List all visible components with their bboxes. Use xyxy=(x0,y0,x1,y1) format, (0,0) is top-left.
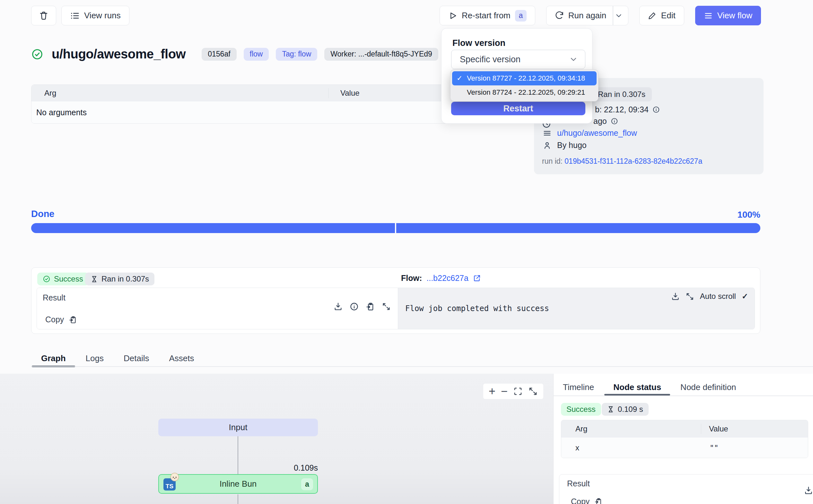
flow-path-link[interactable]: u/hugo/awesome_flow xyxy=(557,128,637,138)
tag-badge[interactable]: Tag: flow xyxy=(276,48,317,61)
check-circle-icon xyxy=(31,48,43,60)
delete-button[interactable] xyxy=(31,6,56,25)
view-runs-label: View runs xyxy=(84,11,121,21)
toolbar-right: Re-start from a Run again Edit View flow xyxy=(440,6,761,25)
clipboard-paste-icon[interactable] xyxy=(366,302,375,311)
flow-graph-canvas[interactable]: + − Input 0.109s TS Inline Bun a xyxy=(0,374,553,504)
view-runs-button[interactable]: View runs xyxy=(61,6,129,25)
restart-from-button[interactable]: Re-start from a xyxy=(440,6,535,25)
value-column-header: Value xyxy=(701,424,808,434)
node-result-panel: Result Copy xyxy=(559,474,813,504)
zoom-in-button[interactable]: + xyxy=(489,386,495,397)
flow-id-link[interactable]: ...b22c627a xyxy=(426,274,468,283)
maximize-icon[interactable] xyxy=(686,292,694,301)
play-icon xyxy=(448,11,457,20)
flow-label: Flow: xyxy=(401,274,422,283)
version-select[interactable]: Specific version xyxy=(451,50,585,69)
commit-badge: 0156af xyxy=(202,48,236,61)
version-option[interactable]: Version 87724 - 22.12.2025, 09:29:21 xyxy=(452,85,597,100)
restart-from-step-badge: a xyxy=(515,10,527,22)
node-arg-row: x "" xyxy=(561,438,808,458)
progress-percent: 100% xyxy=(737,210,760,220)
auto-scroll-label[interactable]: Auto scroll xyxy=(700,292,736,301)
run-again-label: Run again xyxy=(568,11,607,21)
step-id-badge: a xyxy=(301,478,313,490)
tabs-divider xyxy=(31,366,813,367)
success-badge: Success xyxy=(37,273,89,285)
scheduled-line: b: 22.12, 09:34 xyxy=(595,105,660,114)
worker-badge: Worker: ...-default-ft8q5-JYEd9 xyxy=(324,48,438,61)
run-id-link[interactable]: 019b4531-f311-112a-6283-82e4b22c627a xyxy=(564,157,702,165)
info-icon[interactable] xyxy=(652,106,660,113)
tabs-divider xyxy=(554,395,813,396)
view-flow-button[interactable]: View flow xyxy=(695,6,761,25)
result-label: Result xyxy=(43,293,66,302)
title-row: u/hugo/awesome_flow 0156af flow Tag: flo… xyxy=(31,47,438,61)
input-node[interactable]: Input xyxy=(158,419,318,436)
bun-icon xyxy=(170,472,179,482)
external-link-icon[interactable] xyxy=(473,274,481,282)
page-title: u/hugo/awesome_flow xyxy=(52,47,186,61)
list-icon xyxy=(70,11,80,21)
info-icon[interactable] xyxy=(611,117,618,125)
tab-assets[interactable]: Assets xyxy=(159,350,204,367)
node-status-panel: Timeline Node status Node definition Suc… xyxy=(553,374,813,504)
download-icon[interactable] xyxy=(804,486,813,495)
info-icon[interactable] xyxy=(350,302,359,311)
kind-badge[interactable]: flow xyxy=(244,48,269,61)
node-duration-badge: 0.109 s xyxy=(602,403,649,416)
flow-icon xyxy=(543,129,552,138)
zoom-out-button[interactable]: − xyxy=(501,386,508,397)
copy-button[interactable]: Copy xyxy=(571,497,602,504)
clipboard-icon xyxy=(594,498,602,504)
tab-node-status[interactable]: Node status xyxy=(613,379,661,395)
started-ago-line: ago xyxy=(593,117,618,126)
tab-details[interactable]: Details xyxy=(114,350,159,367)
version-dropdown-menu: ✓ Version 87727 - 22.12.2025, 09:34:18 V… xyxy=(450,69,599,101)
log-output: Flow job completed with success xyxy=(405,304,549,313)
check-icon[interactable]: ✓ xyxy=(742,292,748,301)
arg-name: x xyxy=(561,443,701,452)
check-circle-icon xyxy=(43,275,50,283)
copy-label: Copy xyxy=(45,315,64,324)
result-actions xyxy=(334,302,391,311)
graph-edge xyxy=(238,436,238,474)
download-icon[interactable] xyxy=(671,292,680,301)
download-icon[interactable] xyxy=(334,302,343,311)
flow-link-line: Flow: ...b22c627a xyxy=(401,274,481,283)
expand-icon[interactable] xyxy=(528,387,538,396)
fit-view-icon[interactable] xyxy=(513,387,523,396)
hourglass-icon xyxy=(607,406,614,413)
hourglass-icon xyxy=(91,275,98,283)
main-tabs: Graph Logs Details Assets xyxy=(31,350,204,367)
chevron-down-icon xyxy=(569,55,578,64)
restart-from-label: Re-start from xyxy=(462,11,511,21)
tab-node-definition[interactable]: Node definition xyxy=(680,379,736,395)
progress-status: Done xyxy=(31,209,55,219)
check-icon: ✓ xyxy=(457,74,467,83)
restart-button[interactable]: Restart xyxy=(451,102,585,115)
pencil-icon xyxy=(648,11,657,20)
tab-logs[interactable]: Logs xyxy=(76,350,114,367)
result-card: Success Ran in 0.307s Flow: ...b22c627a … xyxy=(31,267,760,334)
log-pane: Auto scroll ✓ Flow job completed with su… xyxy=(398,288,755,329)
arg-column-header: Arg xyxy=(561,424,701,433)
graph-edge xyxy=(238,494,238,504)
popup-title: Flow version xyxy=(452,38,505,48)
ran-duration-badge: Ran in 0.307s xyxy=(85,273,154,285)
step-node-inline-bun[interactable]: TS Inline Bun a xyxy=(158,474,318,494)
result-pane: Result Copy xyxy=(37,288,398,329)
version-option-selected[interactable]: ✓ Version 87727 - 22.12.2025, 09:34:18 xyxy=(452,71,597,85)
chevron-down-icon[interactable] xyxy=(615,12,623,20)
arg-value: "" xyxy=(701,444,808,452)
edit-button[interactable]: Edit xyxy=(639,6,684,25)
menu-icon xyxy=(704,11,713,20)
run-again-button[interactable]: Run again xyxy=(546,6,628,25)
log-controls: Auto scroll ✓ xyxy=(671,292,748,301)
tab-timeline[interactable]: Timeline xyxy=(563,379,594,395)
tab-graph[interactable]: Graph xyxy=(31,350,76,367)
copy-button[interactable]: Copy xyxy=(45,315,77,324)
clipboard-icon xyxy=(69,316,77,324)
maximize-icon[interactable] xyxy=(382,302,391,311)
node-panel-tabs: Timeline Node status Node definition xyxy=(563,379,736,395)
